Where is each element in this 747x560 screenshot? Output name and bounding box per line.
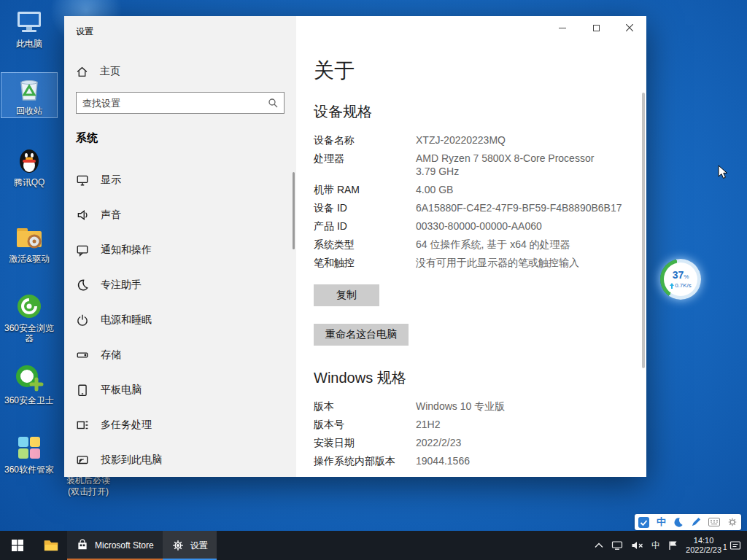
taskbar-store-label: Microsoft Store: [95, 540, 154, 551]
tray-expand-icon[interactable]: [595, 542, 603, 548]
desktop-icon-360-software[interactable]: 360软件管家: [1, 432, 57, 476]
ime-cn-indicator[interactable]: 中: [657, 516, 666, 529]
nav-scrollbar[interactable]: [293, 172, 295, 249]
volume-muted-icon[interactable]: [631, 540, 643, 551]
spec-value: AMD Ryzen 7 5800X 8-Core Processor 3.79 …: [416, 152, 638, 178]
flag-icon[interactable]: [668, 540, 678, 551]
taskbar-microsoft-store-button[interactable]: Microsoft Store: [67, 531, 163, 560]
spec-label: 系统类型: [314, 238, 416, 251]
power-sleep-icon: [76, 314, 89, 327]
search-input[interactable]: [77, 98, 268, 109]
sidebar-item-label: 多任务处理: [101, 419, 152, 432]
desktop-icon-driver-folder[interactable]: 激活&驱动: [1, 221, 57, 265]
display-icon: [76, 174, 89, 187]
focus-assist-icon: [76, 279, 89, 292]
spec-row: 笔和触控 没有可用于此显示器的笔或触控输入: [314, 256, 638, 269]
360-float-ball[interactable]: 37% 0.7K/s: [660, 259, 701, 300]
moon-icon[interactable]: [673, 517, 684, 527]
sidebar-item-multitasking[interactable]: 多任务处理: [64, 408, 296, 442]
tray-clock[interactable]: 14:10 2022/2/23: [686, 536, 721, 555]
maximize-icon: [593, 25, 600, 31]
windows-spec-heading: Windows 规格: [314, 368, 406, 388]
desktop-icon-360-safe[interactable]: 360安全卫士: [1, 362, 57, 407]
file-explorer-button[interactable]: [35, 531, 67, 560]
sidebar-item-home[interactable]: 主页: [64, 58, 296, 85]
taskbar-settings-button[interactable]: 设置: [163, 531, 217, 560]
action-center-button[interactable]: 1: [729, 540, 741, 551]
spec-label: 设备 ID: [314, 201, 416, 214]
desktop-icon-label: 360安全卫士: [1, 395, 57, 405]
driver-folder-icon: [15, 222, 44, 252]
rename-pc-button[interactable]: 重命名这台电脑: [314, 324, 409, 346]
desktop-icon-qq[interactable]: 腾讯QQ: [1, 144, 57, 189]
content-scrollbar[interactable]: [642, 93, 645, 368]
spec-row: 产品 ID 00330-80000-00000-AA060: [314, 219, 638, 233]
settings-window: 设置 主页 系统: [64, 16, 646, 477]
desktop-icon-360-browser[interactable]: 360安全浏览器: [1, 290, 57, 345]
spec-label: 版本: [314, 400, 416, 413]
settings-nav-pane: 设置 主页 系统: [64, 16, 296, 477]
spec-value: 4.00 GB: [416, 183, 638, 196]
sidebar-item-power-sleep[interactable]: 电源和睡眠: [64, 303, 296, 337]
software-360-icon: [15, 433, 44, 462]
sidebar-item-label: 通知和操作: [101, 244, 152, 257]
sidebar-item-notifications[interactable]: 通知和操作: [64, 233, 296, 267]
network-icon[interactable]: [611, 540, 623, 551]
close-icon: [626, 24, 633, 31]
windows-logo-icon: [12, 540, 23, 551]
safe-360-icon: [15, 364, 44, 393]
mouse-cursor: [718, 165, 728, 182]
nav-items: 显示 声音 通知和操作: [64, 163, 296, 478]
pen-icon[interactable]: [691, 517, 701, 527]
sidebar-item-sound[interactable]: 声音: [64, 198, 296, 232]
desktop-icon-recycle-bin[interactable]: 回收站: [1, 73, 57, 117]
search-icon[interactable]: [268, 98, 278, 108]
windows-spec-rows: 版本 Windows 10 专业版 版本号 21H2 安装日期 2022/2/2…: [314, 400, 638, 472]
desktop-icon-this-pc[interactable]: 此电脑: [1, 6, 57, 50]
spec-row: 系统类型 64 位操作系统, 基于 x64 的处理器: [314, 238, 638, 251]
desktop: 此电脑 回收站 腾讯QQ 激活&驱动: [0, 0, 747, 560]
spec-label: 产品 ID: [314, 219, 416, 233]
tablet-icon: [76, 384, 89, 397]
device-spec-heading: 设备规格: [314, 102, 372, 122]
minimize-icon: [559, 28, 566, 28]
tray-date: 2022/2/23: [686, 545, 721, 555]
spec-label: 版本号: [314, 418, 416, 431]
tray-ime-indicator[interactable]: 中: [651, 540, 660, 552]
spec-row: 机带 RAM 4.00 GB: [314, 183, 638, 196]
qq-icon: [15, 146, 44, 175]
minimize-button[interactable]: [546, 16, 579, 39]
maximize-button[interactable]: [579, 16, 613, 39]
gear-icon[interactable]: [727, 517, 738, 527]
up-arrow-icon: [670, 283, 674, 289]
sidebar-item-focus-assist[interactable]: 专注助手: [64, 268, 296, 302]
home-icon: [76, 66, 88, 78]
sidebar-item-storage[interactable]: 存储: [64, 338, 296, 372]
spec-value: Windows 10 专业版: [416, 400, 638, 413]
sidebar-item-tablet[interactable]: 平板电脑: [64, 373, 296, 407]
spec-label: 设备名称: [314, 133, 416, 147]
ime-toolbar: 中: [635, 514, 741, 530]
spec-row: 处理器 AMD Ryzen 7 5800X 8-Core Processor 3…: [314, 152, 638, 178]
copy-button[interactable]: 复制: [314, 284, 379, 306]
taskbar-settings-label: 设置: [190, 540, 208, 552]
check-icon[interactable]: [638, 517, 649, 528]
window-title: 设置: [76, 26, 93, 38]
multitask-icon: [76, 419, 89, 432]
close-button[interactable]: [613, 16, 646, 39]
sidebar-item-projecting[interactable]: 投影到此电脑: [64, 443, 296, 477]
settings-search-box: [76, 92, 285, 114]
desktop-icon-readme-label[interactable]: 装机后必读(双击打开): [61, 475, 115, 497]
spec-value: XTZJ-20220223MQ: [416, 133, 638, 147]
spec-value: 00330-80000-00000-AA060: [416, 219, 638, 233]
desktop-icon-label: 腾讯QQ: [1, 177, 57, 187]
spec-row: 版本号 21H2: [314, 418, 638, 431]
spec-value: 19044.1566: [416, 454, 638, 467]
start-button[interactable]: [0, 531, 35, 560]
folder-icon: [43, 537, 59, 553]
desktop-icon-label: 激活&驱动: [1, 254, 57, 264]
keyboard-icon[interactable]: [708, 518, 720, 526]
sound-icon: [76, 209, 89, 222]
sidebar-item-display[interactable]: 显示: [64, 163, 296, 197]
notification-badge: 1: [723, 543, 727, 551]
